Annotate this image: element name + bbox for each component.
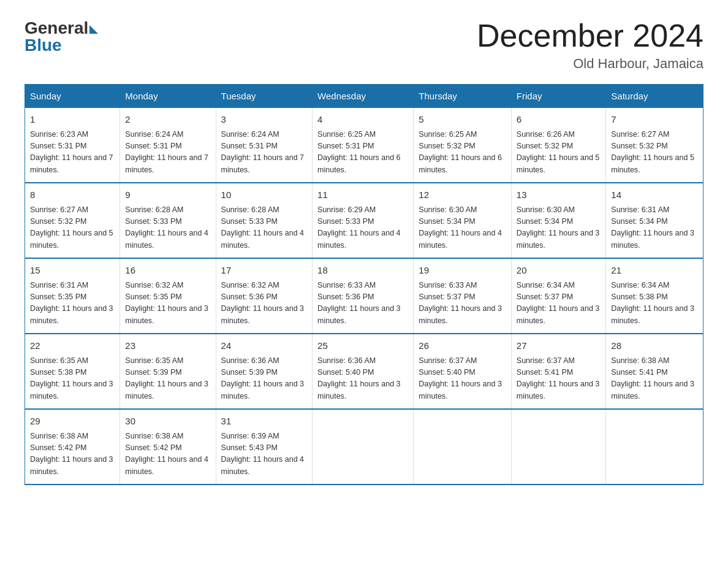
day-number: 19 [419,264,506,278]
calendar-cell: 1Sunrise: 6:23 AMSunset: 5:31 PMDaylight… [25,108,120,183]
calendar-cell: 27Sunrise: 6:37 AMSunset: 5:41 PMDayligh… [511,334,606,409]
calendar-cell: 19Sunrise: 6:33 AMSunset: 5:37 PMDayligh… [414,258,511,334]
calendar-cell: 8Sunrise: 6:27 AMSunset: 5:32 PMDaylight… [25,183,120,258]
day-number: 13 [517,188,601,202]
calendar-cell: 23Sunrise: 6:35 AMSunset: 5:39 PMDayligh… [120,334,216,409]
day-number: 5 [419,113,506,127]
calendar-cell: 18Sunrise: 6:33 AMSunset: 5:36 PMDayligh… [313,258,414,334]
day-number: 12 [419,188,506,202]
header-wednesday: Wednesday [313,85,414,108]
calendar-week-row: 8Sunrise: 6:27 AMSunset: 5:32 PMDaylight… [25,183,703,258]
day-number: 1 [30,113,115,127]
page-subtitle: Old Harbour, Jamaica [477,56,703,72]
header-thursday: Thursday [414,85,511,108]
day-number: 4 [317,113,408,127]
header-friday: Friday [511,85,606,108]
day-info: Sunrise: 6:38 AMSunset: 5:41 PMDaylight:… [611,355,698,403]
page-header: General Blue December 2024 Old Harbour, … [25,18,703,72]
calendar-cell: 3Sunrise: 6:24 AMSunset: 5:31 PMDaylight… [216,108,313,183]
calendar-cell: 6Sunrise: 6:26 AMSunset: 5:32 PMDaylight… [511,108,606,183]
day-info: Sunrise: 6:25 AMSunset: 5:32 PMDaylight:… [419,129,506,177]
day-number: 7 [611,113,698,127]
calendar-header-row: SundayMondayTuesdayWednesdayThursdayFrid… [25,85,703,108]
calendar-cell [606,409,703,484]
calendar-week-row: 29Sunrise: 6:38 AMSunset: 5:42 PMDayligh… [25,409,703,484]
calendar-cell: 14Sunrise: 6:31 AMSunset: 5:34 PMDayligh… [606,183,703,258]
calendar-cell [313,409,414,484]
day-number: 11 [317,188,408,202]
day-info: Sunrise: 6:26 AMSunset: 5:32 PMDaylight:… [517,129,601,177]
calendar-week-row: 15Sunrise: 6:31 AMSunset: 5:35 PMDayligh… [25,258,703,334]
day-number: 28 [611,339,698,353]
day-number: 25 [317,339,408,353]
header-monday: Monday [120,85,216,108]
day-number: 30 [125,415,210,429]
day-info: Sunrise: 6:28 AMSunset: 5:33 PMDaylight:… [125,204,210,252]
day-info: Sunrise: 6:33 AMSunset: 5:36 PMDaylight:… [317,280,408,327]
day-number: 27 [517,339,601,353]
calendar-cell: 9Sunrise: 6:28 AMSunset: 5:33 PMDaylight… [120,183,216,258]
calendar-cell: 17Sunrise: 6:32 AMSunset: 5:36 PMDayligh… [216,258,313,334]
day-number: 3 [221,113,308,127]
calendar-cell: 13Sunrise: 6:30 AMSunset: 5:34 PMDayligh… [511,183,606,258]
page-title: December 2024 [477,18,703,53]
logo-arrow-icon [89,25,98,34]
day-info: Sunrise: 6:37 AMSunset: 5:40 PMDaylight:… [419,355,506,403]
day-number: 31 [221,415,308,429]
day-info: Sunrise: 6:30 AMSunset: 5:34 PMDaylight:… [419,204,506,252]
day-info: Sunrise: 6:32 AMSunset: 5:35 PMDaylight:… [125,280,210,327]
calendar-cell: 11Sunrise: 6:29 AMSunset: 5:33 PMDayligh… [313,183,414,258]
calendar-cell: 10Sunrise: 6:28 AMSunset: 5:33 PMDayligh… [216,183,313,258]
day-number: 9 [125,188,210,202]
day-number: 16 [125,264,210,278]
day-number: 6 [517,113,601,127]
day-info: Sunrise: 6:36 AMSunset: 5:39 PMDaylight:… [221,355,308,403]
day-number: 17 [221,264,308,278]
day-info: Sunrise: 6:31 AMSunset: 5:35 PMDaylight:… [30,280,115,327]
calendar-cell: 12Sunrise: 6:30 AMSunset: 5:34 PMDayligh… [414,183,511,258]
day-info: Sunrise: 6:30 AMSunset: 5:34 PMDaylight:… [517,204,601,252]
calendar-cell [511,409,606,484]
header-tuesday: Tuesday [216,85,313,108]
calendar-cell: 25Sunrise: 6:36 AMSunset: 5:40 PMDayligh… [313,334,414,409]
day-number: 2 [125,113,210,127]
day-info: Sunrise: 6:35 AMSunset: 5:38 PMDaylight:… [30,355,115,403]
calendar-cell: 30Sunrise: 6:38 AMSunset: 5:42 PMDayligh… [120,409,216,484]
calendar-cell: 24Sunrise: 6:36 AMSunset: 5:39 PMDayligh… [216,334,313,409]
calendar-cell: 26Sunrise: 6:37 AMSunset: 5:40 PMDayligh… [414,334,511,409]
day-info: Sunrise: 6:32 AMSunset: 5:36 PMDaylight:… [221,280,308,327]
day-info: Sunrise: 6:34 AMSunset: 5:38 PMDaylight:… [611,280,698,327]
day-number: 24 [221,339,308,353]
header-saturday: Saturday [606,85,703,108]
logo-blue-text: Blue [25,36,62,55]
day-info: Sunrise: 6:37 AMSunset: 5:41 PMDaylight:… [517,355,601,403]
day-info: Sunrise: 6:27 AMSunset: 5:32 PMDaylight:… [611,129,698,177]
day-info: Sunrise: 6:38 AMSunset: 5:42 PMDaylight:… [30,431,115,478]
day-number: 29 [30,415,115,429]
day-info: Sunrise: 6:39 AMSunset: 5:43 PMDaylight:… [221,431,308,478]
day-info: Sunrise: 6:36 AMSunset: 5:40 PMDaylight:… [317,355,408,403]
day-number: 22 [30,339,115,353]
calendar-cell: 16Sunrise: 6:32 AMSunset: 5:35 PMDayligh… [120,258,216,334]
calendar-cell: 15Sunrise: 6:31 AMSunset: 5:35 PMDayligh… [25,258,120,334]
day-info: Sunrise: 6:23 AMSunset: 5:31 PMDaylight:… [30,129,115,177]
title-section: December 2024 Old Harbour, Jamaica [477,18,703,72]
day-info: Sunrise: 6:29 AMSunset: 5:33 PMDaylight:… [317,204,408,252]
calendar-cell: 20Sunrise: 6:34 AMSunset: 5:37 PMDayligh… [511,258,606,334]
day-number: 18 [317,264,408,278]
calendar-week-row: 1Sunrise: 6:23 AMSunset: 5:31 PMDaylight… [25,108,703,183]
day-info: Sunrise: 6:38 AMSunset: 5:42 PMDaylight:… [125,431,210,478]
calendar-cell [414,409,511,484]
calendar-cell: 4Sunrise: 6:25 AMSunset: 5:31 PMDaylight… [313,108,414,183]
day-info: Sunrise: 6:27 AMSunset: 5:32 PMDaylight:… [30,204,115,252]
calendar-cell: 5Sunrise: 6:25 AMSunset: 5:32 PMDaylight… [414,108,511,183]
day-number: 21 [611,264,698,278]
day-info: Sunrise: 6:24 AMSunset: 5:31 PMDaylight:… [221,129,308,177]
day-info: Sunrise: 6:31 AMSunset: 5:34 PMDaylight:… [611,204,698,252]
calendar-cell: 22Sunrise: 6:35 AMSunset: 5:38 PMDayligh… [25,334,120,409]
day-number: 20 [517,264,601,278]
day-number: 15 [30,264,115,278]
calendar-cell: 7Sunrise: 6:27 AMSunset: 5:32 PMDaylight… [606,108,703,183]
calendar-cell: 29Sunrise: 6:38 AMSunset: 5:42 PMDayligh… [25,409,120,484]
day-info: Sunrise: 6:35 AMSunset: 5:39 PMDaylight:… [125,355,210,403]
